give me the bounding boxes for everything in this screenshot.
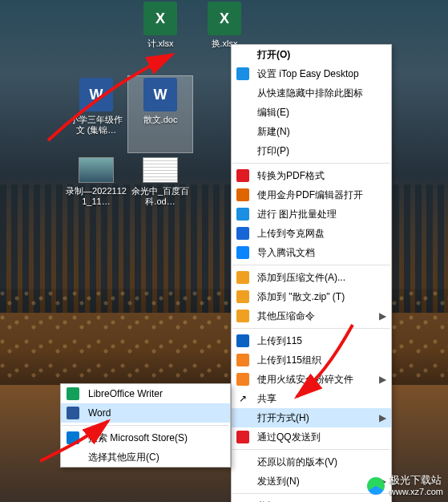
lo-icon (64, 387, 82, 401)
menu-item-label: 发送到(N) (257, 475, 378, 488)
menu-item-label: 导入腾讯文档 (257, 246, 378, 260)
menu-item[interactable]: 打印(P) (232, 141, 391, 160)
wd-icon (64, 406, 82, 420)
desktop-empty (0, 76, 64, 152)
menu-item-label: 剪切(T) (257, 500, 378, 503)
menu-item-label: 打印(P) (257, 144, 378, 158)
desktop-file[interactable]: 录制—20221121_11… (64, 152, 128, 229)
menu-item[interactable]: 设置 iTop Easy Desktop (232, 64, 391, 83)
thumbnail-icon (79, 157, 114, 183)
menu-item-label: 通过QQ发送到 (257, 431, 378, 444)
zip-icon (235, 270, 251, 285)
menu-item[interactable]: ↗共享 (232, 389, 391, 408)
hr-icon (235, 372, 251, 387)
watermark-url: www.xz7.com (389, 486, 443, 497)
menu-separator (232, 265, 390, 265)
ms-icon (64, 431, 82, 445)
word-icon (143, 78, 177, 111)
menu-item-label: 使用火绒安全粉碎文件 (257, 373, 378, 387)
submenu-item[interactable]: Word (61, 403, 230, 423)
115o-icon (235, 353, 251, 367)
watermark: 极光下载站 www.xz7.com (367, 475, 443, 497)
menu-item[interactable]: 打开方式(H)▶ (232, 408, 391, 427)
menu-item[interactable]: 添加到压缩文件(A)... (232, 268, 391, 287)
menu-item-label: 添加到 "散文.zip" (T) (257, 290, 378, 304)
menu-item-label: 其他压缩命令 (257, 310, 378, 323)
file-label: 散文.doc (128, 115, 192, 125)
submenu-item[interactable]: LibreOffice Writer (61, 384, 230, 403)
menu-item-label: 上传到115组织 (257, 354, 378, 367)
menu-item[interactable]: 打开(O) (232, 45, 391, 64)
submenu-arrow-icon: ▶ (378, 374, 386, 385)
file-label: 余光中_百度百科.od… (128, 186, 192, 207)
file-label: 小学三年级作文 (集锦… (64, 115, 128, 136)
menu-item-label: 新建(N) (257, 125, 378, 139)
menu-item[interactable]: 使用火绒安全粉碎文件▶ (232, 370, 391, 389)
menu-item[interactable]: 其他压缩命令▶ (232, 306, 391, 326)
menu-item-label: 添加到压缩文件(A)... (257, 271, 378, 285)
menu-item[interactable]: 上传到115组织 (232, 350, 391, 370)
submenu-item[interactable]: 搜索 Microsoft Store(S) (61, 428, 230, 447)
menu-item[interactable]: 新建(N) (232, 122, 391, 141)
desktop-empty (0, 152, 64, 229)
menu-item[interactable]: 上传到夸克网盘 (232, 224, 391, 243)
openwith-submenu[interactable]: LibreOffice WriterWord搜索 Microsoft Store… (60, 383, 231, 468)
desktop-file-selected[interactable]: 散文.doc (128, 76, 192, 152)
watermark-title: 极光下载站 (389, 475, 443, 486)
menu-item-label: 编辑(E) (257, 106, 378, 119)
menu-item-label: 从快速隐藏中排除此图标 (257, 87, 378, 100)
word-icon (79, 78, 113, 111)
menu-item[interactable]: 编辑(E) (232, 103, 391, 122)
context-menu[interactable]: 打开(O)设置 iTop Easy Desktop从快速隐藏中排除此图标编辑(E… (231, 44, 392, 502)
menu-item-label: 上传到夸克网盘 (257, 227, 378, 241)
excel-icon (143, 2, 177, 35)
menu-item-label: 还原以前的版本(V) (257, 455, 378, 469)
share-icon: ↗ (235, 391, 251, 406)
115-icon (235, 334, 251, 348)
menu-item-label: 转换为PDF格式 (257, 169, 378, 183)
menu-item[interactable]: 进行 图片批量处理 (232, 204, 391, 224)
menu-separator (232, 449, 390, 450)
pdfed-icon (235, 188, 251, 202)
submenu-arrow-icon: ▶ (378, 412, 386, 423)
zip-icon (235, 309, 251, 323)
menu-item-label: 使用金舟PDF编辑器打开 (257, 188, 378, 202)
desktop-file[interactable]: 小学三年级作文 (集锦… (64, 76, 128, 152)
img-icon (235, 207, 251, 221)
menu-item[interactable]: 通过QQ发送到 (232, 427, 391, 447)
menu-item-label: 共享 (257, 392, 378, 406)
menu-item[interactable]: 上传到115 (232, 331, 391, 350)
menu-item[interactable]: 剪切(T) (232, 496, 391, 502)
menu-item[interactable]: 转换为PDF格式 (232, 166, 391, 185)
submenu-arrow-icon: ▶ (378, 310, 386, 322)
tx-icon (235, 245, 251, 260)
kk-icon (235, 226, 251, 241)
itop-icon (235, 67, 251, 81)
submenu-item-label: 选择其他应用(C) (88, 451, 225, 464)
menu-item[interactable]: 导入腾讯文档 (232, 243, 391, 262)
file-label: 计.xlsx (128, 38, 192, 49)
file-label: 录制—20221121_11… (64, 186, 128, 207)
menu-item[interactable]: 还原以前的版本(V) (232, 452, 391, 472)
submenu-item-label: Word (88, 407, 225, 419)
menu-item[interactable]: 从快速隐藏中排除此图标 (232, 83, 391, 103)
thumbnail-icon (143, 157, 178, 183)
menu-item-label: 打开(O) (257, 48, 378, 62)
qq-icon (235, 430, 251, 444)
pdf-icon (235, 168, 251, 183)
desktop-file[interactable]: 计.xlsx (128, 0, 192, 76)
desktop-empty (64, 0, 128, 76)
watermark-logo-icon (367, 477, 385, 495)
submenu-item-label: 搜索 Microsoft Store(S) (88, 431, 225, 445)
desktop-empty (0, 0, 64, 76)
menu-item[interactable]: 使用金舟PDF编辑器打开 (232, 185, 391, 204)
menu-item[interactable]: 添加到 "散文.zip" (T) (232, 287, 391, 306)
excel-icon (208, 2, 241, 35)
menu-item-label: 设置 iTop Easy Desktop (257, 67, 378, 81)
desktop-file[interactable]: 余光中_百度百科.od… (128, 152, 192, 229)
menu-item-label: 上传到115 (257, 334, 378, 348)
menu-separator (232, 163, 390, 164)
zip-icon (235, 289, 251, 304)
submenu-item[interactable]: 选择其他应用(C) (61, 447, 230, 467)
menu-separator (232, 328, 390, 329)
